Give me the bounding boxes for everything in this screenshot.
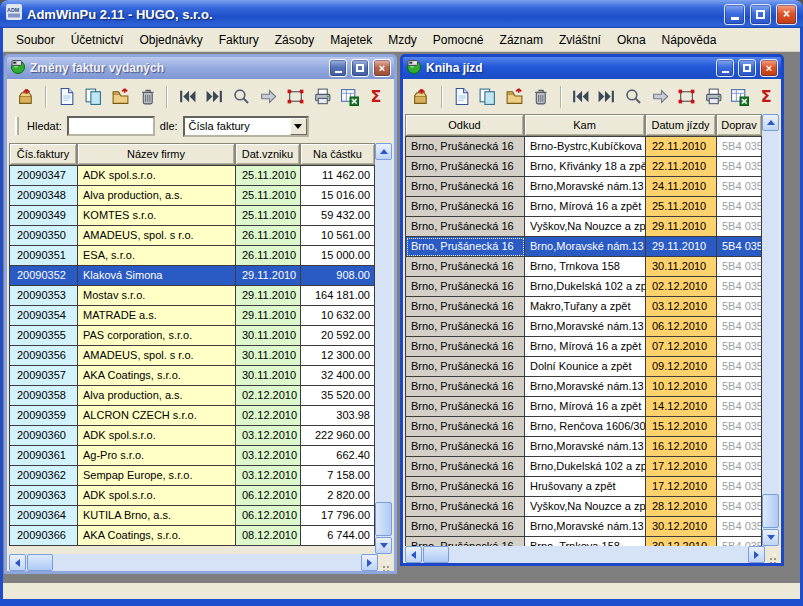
trip-row[interactable]: Brno, Prušánecká 16Vyškov,Na Nouzce a zp… xyxy=(405,217,762,237)
trips-vertical-scrollbar[interactable] xyxy=(762,114,779,546)
select-columns-icon[interactable] xyxy=(282,84,308,110)
trip-row[interactable]: Brno, Prušánecká 16Brno, Trnkova 15830.1… xyxy=(405,537,762,546)
sum-icon[interactable]: Σ xyxy=(363,84,389,110)
trip-row[interactable]: Brno, Prušánecká 16Brno,Moravské nám.13 … xyxy=(405,377,762,397)
column-header[interactable]: Čís.faktury xyxy=(9,143,77,165)
menu-item-pomocne[interactable]: Pomocné xyxy=(425,30,492,50)
menu-item-zvlastni[interactable]: Zvláštní xyxy=(551,30,609,50)
scroll-left-icon[interactable] xyxy=(9,554,26,571)
invoice-row[interactable]: 20090355PAS corporation, s.r.o.30.11.201… xyxy=(9,326,375,346)
first-record-icon[interactable] xyxy=(174,84,200,110)
column-header[interactable]: Doprav xyxy=(716,114,762,136)
menu-item-mzdy[interactable]: Mzdy xyxy=(380,30,425,50)
print-icon[interactable] xyxy=(700,84,726,110)
menu-item-napoveda[interactable]: Nápověda xyxy=(654,30,725,50)
trip-row[interactable]: Brno, Prušánecká 16Brno, Mírová 16 a zpě… xyxy=(405,397,762,417)
invoice-row[interactable]: 20090360ADK spol.s.r.o.03.12.2010222 960… xyxy=(9,426,375,446)
scroll-up-icon[interactable] xyxy=(375,143,392,160)
scroll-up-icon[interactable] xyxy=(762,114,779,131)
trip-row[interactable]: Brno, Prušánecká 16Brno,Dukelská 102 a z… xyxy=(405,457,762,477)
invoice-row[interactable]: 20090356AMADEUS, spol. s r.o.30.11.20101… xyxy=(9,346,375,366)
invoice-row[interactable]: 20090358Alva production, a.s.02.12.20103… xyxy=(9,386,375,406)
search-icon[interactable] xyxy=(228,84,254,110)
sum-icon[interactable]: Σ xyxy=(753,84,779,110)
export-excel-icon[interactable] xyxy=(727,84,753,110)
trip-row[interactable]: Brno, Prušánecká 16Brno,Moravské nám.13 … xyxy=(405,177,762,197)
trip-row[interactable]: Brno, Prušánecká 16Brno, Mírová 16 a zpě… xyxy=(405,337,762,357)
trip-row[interactable]: Brno, Prušánecká 16Brno, Křivánky 18 a z… xyxy=(405,157,762,177)
filter-combobox[interactable]: Čísla faktury xyxy=(183,116,309,137)
trip-row[interactable]: Brno, Prušánecká 16Brno,Moravské nám.13 … xyxy=(405,437,762,457)
invoice-row[interactable]: 20090357AKA Coatings, s.r.o.30.11.201032… xyxy=(9,366,375,386)
invoices-horizontal-scrollbar[interactable] xyxy=(9,554,378,571)
scroll-down-icon[interactable] xyxy=(375,537,392,554)
column-header[interactable]: Na částku xyxy=(300,143,375,165)
column-header[interactable]: Název firmy xyxy=(77,143,235,165)
scroll-right-icon[interactable] xyxy=(748,546,765,563)
trip-row[interactable]: Brno, Prušánecká 16Vyškov,Na Nouzce a zp… xyxy=(405,497,762,517)
column-header[interactable]: Datum jízdy xyxy=(645,114,716,136)
open-record-icon[interactable] xyxy=(107,84,133,110)
invoice-row[interactable]: 20090366AKA Coatings, s.r.o.08.12.20106 … xyxy=(9,526,375,546)
go-to-icon[interactable] xyxy=(647,84,673,110)
invoices-titlebar[interactable]: Změny faktur vydaných × xyxy=(7,57,394,79)
exit-icon[interactable] xyxy=(13,84,39,110)
first-record-icon[interactable] xyxy=(568,84,594,110)
maximize-button[interactable] xyxy=(750,4,771,25)
minimize-button[interactable] xyxy=(724,4,745,25)
invoice-row[interactable]: 20090349KOMTES s.r.o.25.11.201059 432.00 xyxy=(9,206,375,226)
print-icon[interactable] xyxy=(309,84,335,110)
export-excel-icon[interactable] xyxy=(336,84,362,110)
close-button[interactable]: × xyxy=(776,4,797,25)
invoice-row[interactable]: 20090364KUTILA Brno, a.s.06.12.201017 79… xyxy=(9,506,375,526)
open-record-icon[interactable] xyxy=(502,84,528,110)
invoices-close-button[interactable]: × xyxy=(373,59,391,77)
scrollbar-thumb[interactable] xyxy=(762,494,779,528)
trip-row[interactable]: Brno, Prušánecká 16Hrušovany a zpět17.12… xyxy=(405,477,762,497)
last-record-icon[interactable] xyxy=(201,84,227,110)
trips-maximize-button[interactable] xyxy=(738,59,756,77)
menu-item-okna[interactable]: Okna xyxy=(609,30,654,50)
menu-item-faktury[interactable]: Faktury xyxy=(211,30,267,50)
menu-item-objednavky[interactable]: Objednávky xyxy=(131,30,210,50)
new-record-icon[interactable] xyxy=(53,84,79,110)
trips-close-button[interactable]: × xyxy=(760,59,778,77)
trip-row[interactable]: Brno, Prušánecká 16Dolní Kounice a zpět0… xyxy=(405,357,762,377)
search-icon[interactable] xyxy=(621,84,647,110)
trip-row[interactable]: Brno, Prušánecká 16Brno, Renčova 1606/30… xyxy=(405,417,762,437)
trip-row[interactable]: Brno, Prušánecká 16Brno-Bystrc,Kubíčkova… xyxy=(405,137,762,157)
last-record-icon[interactable] xyxy=(594,84,620,110)
combobox-dropdown-button[interactable] xyxy=(290,118,307,135)
trips-minimize-button[interactable] xyxy=(716,59,734,77)
select-columns-icon[interactable] xyxy=(674,84,700,110)
menu-item-zaznam[interactable]: Záznam xyxy=(492,30,551,50)
menu-item-zasoby[interactable]: Zásoby xyxy=(267,30,322,50)
invoice-row[interactable]: 20090353Mostav s.r.o.29.11.2010164 181.0… xyxy=(9,286,375,306)
menu-item-ucetnictvi[interactable]: Účetnictví xyxy=(63,30,132,50)
delete-record-icon[interactable] xyxy=(528,84,554,110)
invoice-row[interactable]: 20090363ADK spol.s.r.o.06.12.20102 820.0… xyxy=(9,486,375,506)
resize-grip[interactable] xyxy=(378,554,392,571)
invoice-row[interactable]: 20090347ADK spol.s.r.o.25.11.201011 462.… xyxy=(9,166,375,186)
trip-row[interactable]: Brno, Prušánecká 16Brno, Trnkova 15830.1… xyxy=(405,257,762,277)
invoice-row[interactable]: 20090362Sempap Europe, s.r.o.03.12.20107… xyxy=(9,466,375,486)
column-header[interactable]: Kam xyxy=(524,114,645,136)
column-header[interactable]: Odkud xyxy=(405,114,524,136)
invoice-row[interactable]: 20090361Ag-Pro s.r.o.03.12.2010662.40 xyxy=(9,446,375,466)
exit-icon[interactable] xyxy=(409,84,435,110)
trip-row[interactable]: Brno, Prušánecká 16Brno,Moravské nám.13 … xyxy=(405,317,762,337)
trip-row[interactable]: Brno, Prušánecká 16Brno,Moravské nám.13 … xyxy=(405,517,762,537)
invoice-row[interactable]: 20090351ESA, s.r.o.26.11.201015 000.00 xyxy=(9,246,375,266)
invoice-row[interactable]: 20090352Klaková Simona29.11.2010908.00 xyxy=(9,266,375,286)
invoice-row[interactable]: 20090350AMADEUS, spol. s r.o.26.11.20101… xyxy=(9,226,375,246)
trip-row[interactable]: Brno, Prušánecká 16Brno, Mírová 16 a zpě… xyxy=(405,197,762,217)
trips-horizontal-scrollbar[interactable] xyxy=(405,546,765,563)
copy-record-icon[interactable] xyxy=(80,84,106,110)
delete-record-icon[interactable] xyxy=(134,84,160,110)
invoice-row[interactable]: 20090359ALCRON CZECH s.r.o.02.12.2010303… xyxy=(9,406,375,426)
scrollbar-thumb[interactable] xyxy=(375,502,392,536)
invoices-maximize-button[interactable] xyxy=(351,59,369,77)
scroll-right-icon[interactable] xyxy=(361,554,378,571)
scrollbar-thumb[interactable] xyxy=(27,554,53,571)
invoices-minimize-button[interactable] xyxy=(329,59,347,77)
